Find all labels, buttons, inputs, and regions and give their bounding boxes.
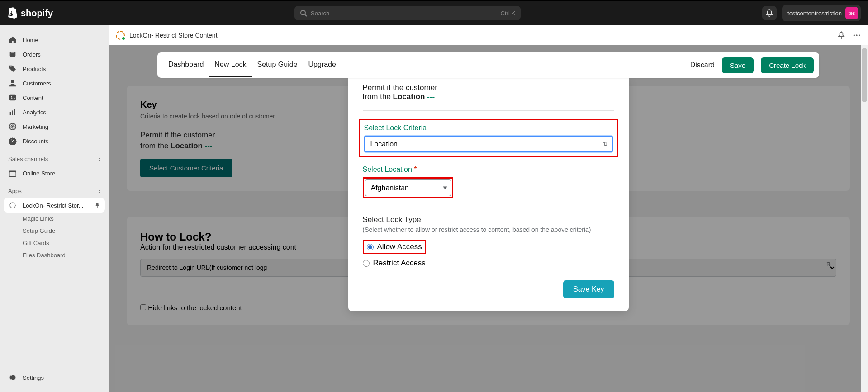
nav-label: Products: [23, 66, 46, 72]
app-icon: [8, 201, 17, 210]
nav-app-lockon[interactable]: LockOn- Restrict Stor...: [4, 198, 105, 213]
allow-access-row-highlighted[interactable]: Allow Access: [363, 240, 426, 254]
svg-point-19: [854, 34, 855, 36]
nav-online-store[interactable]: Online Store: [4, 166, 105, 180]
nav-label: Marketing: [23, 123, 48, 130]
content-icon: [8, 93, 17, 102]
allow-access-radio[interactable]: [367, 244, 374, 250]
svg-rect-15: [9, 171, 16, 176]
products-icon: [8, 64, 17, 73]
nav-sub-files-dashboard[interactable]: Files Dashboard: [4, 249, 105, 261]
nav-label: Settings: [23, 374, 44, 381]
modal-desc-line1: Permit if the customer: [363, 83, 614, 92]
svg-point-0: [301, 10, 305, 15]
topbar-right: testcontentrestriction tes: [762, 5, 861, 21]
section-label: Sales channels: [8, 156, 48, 162]
search-shortcut: Ctrl K: [501, 10, 516, 17]
location-select[interactable]: Afghanistan: [365, 179, 451, 196]
shopify-logo[interactable]: shopify: [7, 7, 53, 19]
logo-text: shopify: [21, 8, 53, 19]
nav-sub-setup-guide[interactable]: Setup Guide: [4, 225, 105, 237]
restrict-access-radio[interactable]: [363, 260, 370, 267]
locktype-label: Select Lock Type: [363, 215, 614, 224]
top-bar: shopify Search Ctrl K testcontentrestric…: [0, 0, 868, 25]
main-content: LockOn- Restrict Store Content Key Crite…: [109, 25, 868, 392]
svg-rect-9: [14, 109, 15, 115]
store-icon: [8, 169, 17, 178]
chevron-right-icon: ›: [99, 156, 100, 162]
location-select-highlighted: Afghanistan: [363, 177, 453, 198]
home-icon: [8, 35, 17, 44]
nav-products[interactable]: Products: [4, 61, 105, 76]
svg-rect-7: [10, 112, 11, 115]
nav-marketing[interactable]: Marketing: [4, 119, 105, 134]
tab-bar: Dashboard New Lock Setup Guide Upgrade D…: [157, 52, 819, 78]
svg-point-16: [10, 203, 15, 208]
discard-button[interactable]: Discard: [690, 61, 715, 69]
scrollbar-thumb[interactable]: [862, 48, 867, 102]
modal-desc-line2: from the Location ---: [363, 92, 614, 101]
marketing-icon: [8, 122, 17, 131]
svg-rect-3: [11, 51, 14, 53]
section-sales-channels[interactable]: Sales channels›: [4, 152, 105, 166]
discounts-icon: [8, 137, 17, 146]
nav-analytics[interactable]: Analytics: [4, 105, 105, 119]
store-menu[interactable]: testcontentrestriction tes: [782, 5, 861, 21]
pin-icon[interactable]: [94, 202, 100, 208]
app-header: LockOn- Restrict Store Content: [109, 25, 868, 45]
section-label: Apps: [8, 188, 22, 194]
nav-customers[interactable]: Customers: [4, 76, 105, 90]
tab-dashboard[interactable]: Dashboard: [163, 53, 209, 77]
section-apps[interactable]: Apps›: [4, 184, 105, 198]
bell-icon: [765, 9, 773, 17]
criteria-select[interactable]: Location: [364, 136, 613, 152]
nav-label: Customers: [23, 80, 51, 87]
restrict-access-label: Restrict Access: [373, 259, 426, 268]
save-button[interactable]: Save: [722, 57, 754, 73]
svg-point-12: [12, 126, 13, 127]
customers-icon: [8, 79, 17, 88]
create-lock-button[interactable]: Create Lock: [761, 57, 814, 73]
tab-new-lock[interactable]: New Lock: [209, 53, 251, 77]
nav-sub-magic-links[interactable]: Magic Links: [4, 213, 105, 225]
tab-setup-guide[interactable]: Setup Guide: [252, 53, 303, 77]
save-key-button[interactable]: Save Key: [563, 280, 614, 298]
criteria-select-wrap: Location: [364, 136, 613, 152]
svg-line-1: [305, 14, 307, 16]
svg-point-13: [11, 139, 12, 140]
chevron-right-icon: ›: [99, 188, 100, 194]
orders-icon: [8, 50, 17, 59]
search-placeholder: Search: [311, 10, 329, 17]
search-input[interactable]: Search Ctrl K: [294, 6, 521, 20]
criteria-field-highlighted: Select Lock Criteria Location: [359, 119, 618, 157]
nav-content[interactable]: Content: [4, 90, 105, 105]
nav-discounts[interactable]: Discounts: [4, 134, 105, 148]
nav-sub-gift-cards[interactable]: Gift Cards: [4, 237, 105, 249]
nav-orders[interactable]: Orders: [4, 47, 105, 61]
analytics-icon: [8, 108, 17, 117]
nav-label: Home: [23, 37, 38, 43]
store-name: testcontentrestriction: [787, 10, 842, 17]
allow-access-label: Allow Access: [377, 242, 422, 251]
sidebar: Home Orders Products Customers Content A…: [0, 25, 109, 392]
nav-label: Discounts: [23, 138, 48, 145]
location-label: Select Location *: [363, 165, 614, 174]
app-header-icon: [116, 31, 125, 40]
avatar: tes: [845, 7, 858, 19]
svg-point-20: [856, 34, 857, 36]
notifications-button[interactable]: [762, 6, 777, 20]
nav-label: Analytics: [23, 109, 46, 116]
pin-app-icon[interactable]: [837, 31, 845, 39]
criteria-label: Select Lock Criteria: [364, 124, 613, 132]
svg-point-21: [859, 34, 860, 36]
tab-upgrade[interactable]: Upgrade: [303, 53, 341, 77]
app-header-title: LockOn- Restrict Store Content: [129, 32, 218, 39]
nav-label: Orders: [23, 51, 41, 58]
restrict-access-row[interactable]: Restrict Access: [363, 259, 614, 268]
svg-point-4: [11, 80, 14, 83]
nav-home[interactable]: Home: [4, 33, 105, 47]
nav-settings[interactable]: Settings: [4, 370, 105, 385]
svg-point-6: [11, 96, 12, 98]
vertical-scrollbar[interactable]: [861, 45, 868, 392]
more-menu-icon[interactable]: [853, 31, 861, 39]
